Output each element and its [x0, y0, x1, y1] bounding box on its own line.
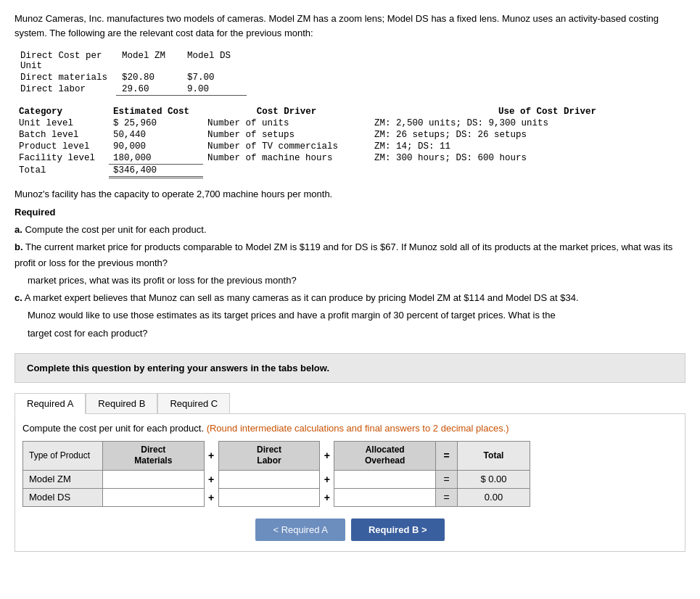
row0-cost: $ 25,960: [109, 117, 203, 129]
activity-driver-header: Cost Driver: [203, 106, 370, 117]
instruction-note: (Round intermediate calculations and fin…: [207, 423, 509, 434]
complete-box: Complete this question by entering your …: [15, 353, 685, 383]
ds-ao-input[interactable]: [356, 492, 414, 503]
zm-total-value: 0.00: [488, 474, 506, 484]
row2-use: ZM: 14; DS: 11: [370, 141, 685, 152]
row3-cost: 180,000: [109, 152, 203, 165]
col-dm-header: DirectMaterials: [103, 441, 205, 470]
required-items: a. Compute the cost per unit for each pr…: [15, 222, 685, 342]
row2-driver: Number of TV commercials: [203, 141, 370, 152]
req-c-letter: c.: [15, 292, 22, 303]
req-b-text-cont: market prices, what was its profit or lo…: [28, 273, 685, 289]
instruction-main: Compute the cost per unit for each produ…: [22, 423, 204, 434]
zm-ao-cell[interactable]: [334, 470, 436, 488]
table-row: Model ZM + + = $ 0.00: [23, 470, 530, 488]
zm-ao-input[interactable]: [356, 474, 414, 484]
row3-cat: Facility level: [15, 152, 109, 165]
row1-cat: Batch level: [15, 129, 109, 141]
activity-table-section: Category Estimated Cost Cost Driver Use …: [15, 106, 685, 178]
row2-cost: 90,000: [109, 141, 203, 152]
tabs-row: Required A Required B Required C: [15, 393, 685, 414]
ds-dm-cell[interactable]: [103, 488, 205, 506]
tab-required-c[interactable]: Required C: [157, 393, 230, 413]
ds-total-cell: 0.00: [458, 488, 530, 506]
ds-dl-cell[interactable]: [218, 488, 320, 506]
dl-ds: 9.00: [181, 83, 247, 96]
col-dl-header: DirectLabor: [218, 441, 320, 470]
row3-driver: Number of machine hours: [203, 152, 370, 165]
dl-label: Direct labor: [15, 83, 116, 96]
dm-zm: $20.80: [116, 72, 181, 83]
complete-box-text: Complete this question by entering your …: [27, 363, 329, 373]
equals-header: =: [436, 441, 458, 470]
row2-cat: Product level: [15, 141, 109, 152]
row1-driver: Number of setups: [203, 129, 370, 141]
ds-plus2: +: [320, 488, 334, 506]
req-a-letter: a.: [15, 224, 22, 235]
product-table: Type of Product DirectMaterials + Direct…: [22, 441, 530, 507]
dl-zm: 29.60: [116, 83, 181, 96]
req-item-c: c. A market expert believes that Munoz c…: [15, 290, 685, 306]
zm-plus1: +: [204, 470, 218, 488]
req-item-a: a. Compute the cost per unit for each pr…: [15, 222, 685, 238]
req-a-text: Compute the cost per unit for each produ…: [25, 224, 206, 235]
zm-dm-input[interactable]: [124, 474, 182, 484]
row1-use: ZM: 26 setups; DS: 26 setups: [370, 129, 685, 141]
req-item-b: b. The current market price for products…: [15, 239, 685, 271]
total-cost: $346,400: [109, 165, 203, 178]
tab-required-b[interactable]: Required B: [86, 393, 157, 413]
next-button[interactable]: Required B >: [351, 519, 445, 541]
ds-dl-input[interactable]: [240, 492, 298, 503]
required-heading: Required: [15, 207, 685, 218]
prev-button[interactable]: < Required A: [255, 519, 345, 541]
row0-driver: Number of units: [203, 117, 370, 129]
instruction-text: Compute the cost per unit for each produ…: [22, 423, 678, 434]
total-label: Total: [15, 165, 109, 178]
req-b-letter: b.: [15, 241, 23, 252]
ds-ao-cell[interactable]: [334, 488, 436, 506]
zm-dollar: $: [480, 474, 485, 484]
ds-dm-input[interactable]: [124, 492, 182, 503]
ds-total-value: 0.00: [485, 492, 503, 503]
nav-buttons: < Required A Required B >: [22, 519, 678, 541]
tab-required-a[interactable]: Required A: [15, 393, 86, 414]
ds-equals: =: [436, 488, 458, 506]
zm-dm-cell[interactable]: [103, 470, 205, 488]
row1-cost: 50,440: [109, 129, 203, 141]
cost-per-unit-section: Direct Cost per Unit Model ZM Model DS D…: [15, 50, 685, 96]
req-c-cont1: Munoz would like to use those estimates …: [28, 307, 685, 323]
col-ao-header: AllocatedOverhead: [334, 441, 436, 470]
plus2-header: +: [320, 441, 334, 470]
plus1-header: +: [204, 441, 218, 470]
req-c-text: A market expert believes that Munoz can …: [25, 292, 579, 303]
ds-type: Model DS: [23, 488, 103, 506]
dm-ds: $7.00: [181, 72, 247, 83]
zm-type: Model ZM: [23, 470, 103, 488]
zm-dl-input[interactable]: [240, 474, 298, 484]
table-row: Model DS + + = 0.00: [23, 488, 530, 506]
cost-per-unit-table: Direct Cost per Unit Model ZM Model DS D…: [15, 50, 247, 96]
activity-use-header: Use of Cost Driver: [370, 106, 685, 117]
intro-text: Munoz Cameras, Inc. manufactures two mod…: [15, 12, 685, 40]
row0-cat: Unit level: [15, 117, 109, 129]
zm-total-cell: $ 0.00: [458, 470, 530, 488]
dm-label: Direct materials: [15, 72, 116, 83]
col-header-zm: Model ZM: [116, 50, 181, 72]
col-header-label: Direct Cost per Unit: [15, 50, 116, 72]
ds-plus1: +: [204, 488, 218, 506]
tab-content-required-a: Compute the cost per unit for each produ…: [15, 414, 685, 552]
zm-equals: =: [436, 470, 458, 488]
col-header-ds: Model DS: [181, 50, 247, 72]
activity-cat-header: Category: [15, 106, 109, 117]
row3-use: ZM: 300 hours; DS: 600 hours: [370, 152, 685, 165]
zm-dl-cell[interactable]: [218, 470, 320, 488]
col-type-header: Type of Product: [23, 441, 103, 470]
activity-cost-header: Estimated Cost: [109, 106, 203, 117]
req-b-text: The current market price for products co…: [15, 241, 672, 268]
capacity-text: Munoz's facility has the capacity to ope…: [15, 189, 685, 199]
col-total-header: Total: [458, 441, 530, 470]
zm-plus2: +: [320, 470, 334, 488]
activity-table: Category Estimated Cost Cost Driver Use …: [15, 106, 685, 178]
req-c-cont2: target cost for each product?: [28, 326, 685, 342]
row0-use: ZM: 2,500 units; DS: 9,300 units: [370, 117, 685, 129]
